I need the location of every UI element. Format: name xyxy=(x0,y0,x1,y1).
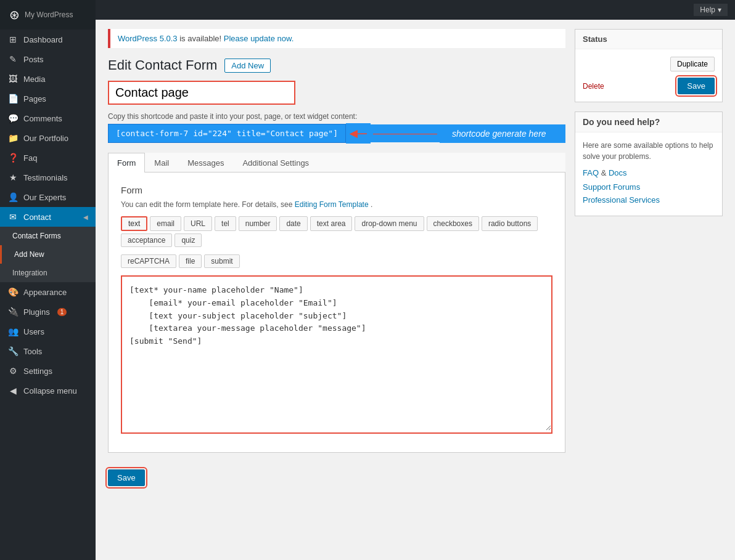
form-description: You can edit the form template here. For… xyxy=(121,200,552,209)
help-button[interactable]: Help ▾ xyxy=(694,4,728,16)
tag-btn-file[interactable]: file xyxy=(179,254,202,268)
status-row: Duplicate xyxy=(583,57,715,71)
tab-additional-settings[interactable]: Additional Settings xyxy=(233,153,318,172)
tag-btn-textarea[interactable]: text area xyxy=(310,216,353,231)
sidebar-item-integration[interactable]: Integration xyxy=(0,264,96,282)
tag-btn-radio[interactable]: radio buttons xyxy=(482,216,538,231)
faq-link[interactable]: FAQ xyxy=(583,168,599,177)
sidebar-item-collapse[interactable]: ◀ Collapse menu xyxy=(0,381,96,400)
tag-btn-dropdown[interactable]: drop-down menu xyxy=(355,216,424,231)
sidebar-item-label: Media xyxy=(23,75,45,84)
status-widget: Status Duplicate Delete Save xyxy=(575,29,723,102)
sidebar-item-label: Posts xyxy=(23,55,44,64)
sidebar-item-label: Testimonials xyxy=(23,173,68,182)
status-widget-title: Status xyxy=(575,30,722,49)
delete-link[interactable]: Delete xyxy=(583,82,604,91)
experts-icon: 👤 xyxy=(7,192,18,202)
settings-icon: ⚙ xyxy=(7,366,18,376)
contact-arrow: ◀ xyxy=(83,214,88,221)
sidebar-item-dashboard[interactable]: ⊞ Dashboard xyxy=(0,30,96,49)
sidebar-logo: ⊛ My WordPress xyxy=(0,0,96,30)
sidebar-item-appearance[interactable]: 🎨 Appearance xyxy=(0,282,96,302)
tools-icon: 🔧 xyxy=(7,346,18,356)
sidebar: ⊛ My WordPress ⊞ Dashboard ✎ Posts 🖼 Med… xyxy=(0,0,96,560)
contact-forms-label: Contact Forms xyxy=(12,232,61,240)
sidebar-item-label: Our Experts xyxy=(23,193,66,202)
notice-text: is available! xyxy=(179,34,221,43)
bottom-save-button[interactable]: Save xyxy=(108,469,145,486)
tab-messages[interactable]: Messages xyxy=(178,153,233,172)
faq-docs-row: FAQ & Docs xyxy=(583,168,715,177)
contact-submenu: Contact Forms Add New Integration xyxy=(0,227,96,282)
tab-mail[interactable]: Mail xyxy=(145,153,178,172)
form-title-wrapper xyxy=(108,81,295,105)
tag-btn-email[interactable]: email xyxy=(150,216,181,231)
duplicate-button[interactable]: Duplicate xyxy=(670,57,715,71)
sidebar-item-plugins[interactable]: 🔌 Plugins 1 xyxy=(0,302,96,322)
sidebar-item-tools[interactable]: 🔧 Tools xyxy=(0,341,96,361)
tag-btn-tel[interactable]: tel xyxy=(215,216,236,231)
help-widget: Do you need help? Here are some availabl… xyxy=(575,112,723,216)
update-link[interactable]: Please update now. xyxy=(224,34,294,43)
sidebar-item-contact-forms[interactable]: Contact Forms xyxy=(0,227,96,245)
sidebar-item-faq[interactable]: ❓ Faq xyxy=(0,148,96,168)
tab-form[interactable]: Form xyxy=(108,153,145,172)
faq-icon: ❓ xyxy=(7,153,18,163)
shortcode-label: Copy this shortcode and paste it into yo… xyxy=(108,112,565,121)
wp-version-link[interactable]: WordPress 5.0.3 xyxy=(118,34,178,43)
docs-link[interactable]: Docs xyxy=(609,168,627,177)
plugins-badge: 1 xyxy=(57,308,67,316)
sidebar-item-portfolio[interactable]: 📁 Our Portfolio xyxy=(0,128,96,148)
tag-btn-text[interactable]: text xyxy=(121,216,147,231)
wp-logo-icon: ⊛ xyxy=(9,7,20,22)
tag-btn-checkboxes[interactable]: checkboxes xyxy=(427,216,479,231)
content-area: WordPress 5.0.3 is available! Please upd… xyxy=(96,20,735,560)
add-new-button[interactable]: Add New xyxy=(224,59,271,73)
sidebar-item-testimonials[interactable]: ★ Testimonials xyxy=(0,168,96,187)
sidebar-item-comments[interactable]: 💬 Comments xyxy=(0,108,96,128)
sidebar-item-label: Users xyxy=(23,327,44,336)
professional-services-link[interactable]: Professional Services xyxy=(583,195,715,205)
editing-form-template-link[interactable]: Editing Form Template xyxy=(295,200,369,209)
sidebar-item-pages[interactable]: 📄 Pages xyxy=(0,89,96,108)
delete-save-row: Delete Save xyxy=(583,78,715,94)
form-title-input[interactable] xyxy=(109,82,294,103)
support-forums-link[interactable]: Support Forums xyxy=(583,182,715,192)
page-header: Edit Contact Form Add New xyxy=(108,57,565,73)
side-column: Status Duplicate Delete Save Do you need… xyxy=(575,29,723,551)
tag-btn-acceptance[interactable]: acceptance xyxy=(121,233,172,247)
shortcode-desc: shortcode generate here xyxy=(440,124,565,143)
tag-btn-quiz[interactable]: quiz xyxy=(175,233,202,247)
dashboard-icon: ⊞ xyxy=(7,34,18,44)
tag-btn-number[interactable]: number xyxy=(239,216,277,231)
sidebar-item-media[interactable]: 🖼 Media xyxy=(0,69,96,89)
sidebar-item-contact[interactable]: ✉ Contact ◀ xyxy=(0,207,96,227)
sidebar-item-users[interactable]: 👥 Users xyxy=(0,322,96,341)
tag-btn-submit[interactable]: submit xyxy=(204,254,239,268)
form-code-textarea[interactable]: [text* your-name placeholder "Name"] [em… xyxy=(122,277,551,431)
and-text: & xyxy=(601,168,609,177)
help-widget-title: Do you need help? xyxy=(575,112,722,132)
collapse-icon: ◀ xyxy=(7,386,18,396)
tag-btn-recaptcha[interactable]: reCAPTCHA xyxy=(121,254,176,268)
comments-icon: 💬 xyxy=(7,113,18,123)
sidebar-item-add-new[interactable]: Add New xyxy=(0,245,96,264)
bottom-save-wrapper: Save xyxy=(108,462,565,486)
pages-icon: 📄 xyxy=(7,94,18,103)
shortcode-value: [contact-form-7 id="224" title="Contact … xyxy=(108,124,346,143)
page-title: Edit Contact Form xyxy=(108,57,217,73)
tab-content-form: Form You can edit the form template here… xyxy=(108,172,565,453)
users-icon: 👥 xyxy=(7,327,18,336)
sidebar-item-experts[interactable]: 👤 Our Experts xyxy=(0,187,96,207)
tag-btn-url[interactable]: URL xyxy=(184,216,212,231)
sidebar-item-posts[interactable]: ✎ Posts xyxy=(0,49,96,69)
save-button[interactable]: Save xyxy=(678,78,715,94)
sidebar-item-settings[interactable]: ⚙ Settings xyxy=(0,361,96,381)
tag-btn-date[interactable]: date xyxy=(279,216,307,231)
contact-icon: ✉ xyxy=(7,212,18,222)
form-section-title: Form xyxy=(121,185,552,195)
main-column: WordPress 5.0.3 is available! Please upd… xyxy=(108,29,565,551)
site-name: My WordPress xyxy=(25,10,73,19)
form-code-wrapper: [text* your-name placeholder "Name"] [em… xyxy=(121,275,552,434)
tabs-list: Form Mail Messages Additional Settings xyxy=(108,153,565,172)
